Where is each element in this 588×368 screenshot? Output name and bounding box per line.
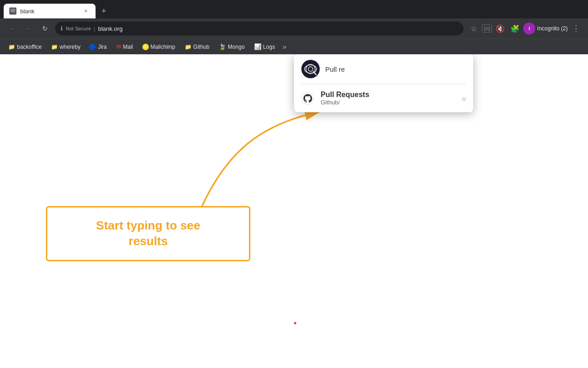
github-icon <box>301 92 314 105</box>
jira-icon <box>89 43 96 51</box>
mongo-icon: 🍃 <box>219 43 226 50</box>
search-result-item[interactable]: Pull Requests Github/ u <box>294 84 473 112</box>
bookmark-jira[interactable]: Jira <box>86 42 110 52</box>
nav-bar: ← → ↻ ℹ Not Secure | blank.org ☆ (=) 🔇 🧩… <box>0 18 588 39</box>
avatar: I <box>523 23 535 34</box>
page-content: Pull Requests Github/ u Start typing to … <box>0 54 588 368</box>
popup-header <box>294 54 473 84</box>
red-dot <box>294 322 296 324</box>
extensions-button[interactable]: 🧩 <box>509 22 521 35</box>
logs-icon: 📊 <box>254 43 261 50</box>
nav-actions: ☆ (=) 🔇 🧩 I Incognito (2) ⋮ <box>467 22 582 35</box>
folder-icon: 📁 <box>185 44 192 50</box>
bookmark-label: whereby <box>60 44 80 50</box>
mail-icon: ✉ <box>116 43 121 50</box>
folder-icon: 📁 <box>8 44 15 50</box>
menu-button[interactable]: ⋮ <box>570 22 582 35</box>
bookmark-label: backoffice <box>17 44 42 50</box>
reader-mode-button[interactable]: (=) <box>482 24 492 33</box>
extension-logo <box>301 60 320 78</box>
bookmark-label: Jira <box>98 44 107 50</box>
address-bar[interactable]: ℹ Not Secure | blank.org <box>55 22 464 35</box>
annotation-box: Start typing to seeresults <box>46 206 250 261</box>
browser-frame: blank × + ← → ↻ ℹ Not Secure | blank.org… <box>0 0 588 368</box>
folder-icon: 📁 <box>51 44 58 50</box>
extension-popup: Pull Requests Github/ u <box>294 54 473 112</box>
bookmark-whereby[interactable]: 📁 whereby <box>47 42 84 52</box>
tab-favicon <box>9 7 17 15</box>
mute-button[interactable]: 🔇 <box>494 22 507 35</box>
svg-rect-1 <box>11 9 15 12</box>
annotation-text: Start typing to seeresults <box>96 218 200 249</box>
incognito-label: Incognito (2) <box>537 25 568 32</box>
bookmark-label: Logs <box>263 44 275 50</box>
star-button[interactable]: ☆ <box>467 22 480 35</box>
svg-point-5 <box>309 68 312 70</box>
bookmark-github[interactable]: 📁 Github <box>181 42 213 52</box>
bookmark-logs[interactable]: 📊 Logs <box>250 41 279 52</box>
url-display: blank.org <box>98 25 122 32</box>
result-info: Pull Requests Github/ <box>321 91 456 106</box>
bookmark-mail[interactable]: ✉ Mail <box>113 41 137 52</box>
bookmark-label: Github <box>193 44 209 50</box>
bookmark-label: Mailchimp <box>151 44 175 50</box>
reload-button[interactable]: ↻ <box>39 22 51 35</box>
back-button[interactable]: ← <box>6 22 18 35</box>
result-shortcut: u <box>462 95 466 102</box>
search-input[interactable] <box>325 65 466 73</box>
bookmark-mailchimp[interactable]: ✿ Mailchimp <box>139 42 179 52</box>
bookmark-label: Mail <box>123 44 133 50</box>
bookmarks-bar: 📁 backoffice 📁 whereby Jira ✉ Mail ✿ Mai… <box>0 39 588 54</box>
tab-close-button[interactable]: × <box>82 7 90 15</box>
mailchimp-icon: ✿ <box>142 44 149 50</box>
security-label: Not Secure <box>66 26 91 31</box>
bookmark-mongo[interactable]: 🍃 Mongo <box>215 41 249 52</box>
account-button[interactable]: I Incognito (2) <box>523 23 568 34</box>
bookmark-backoffice[interactable]: 📁 backoffice <box>5 42 45 52</box>
more-bookmarks-button[interactable]: » <box>283 43 287 51</box>
active-tab[interactable]: blank × <box>4 4 96 18</box>
result-title: Pull Requests <box>321 91 456 99</box>
result-subtitle: Github/ <box>321 99 456 106</box>
new-tab-button[interactable]: + <box>97 5 110 17</box>
bookmark-label: Mongo <box>228 44 245 50</box>
title-bar: blank × + <box>0 0 588 18</box>
tab-title: blank <box>20 8 78 15</box>
forward-button[interactable]: → <box>22 22 35 35</box>
